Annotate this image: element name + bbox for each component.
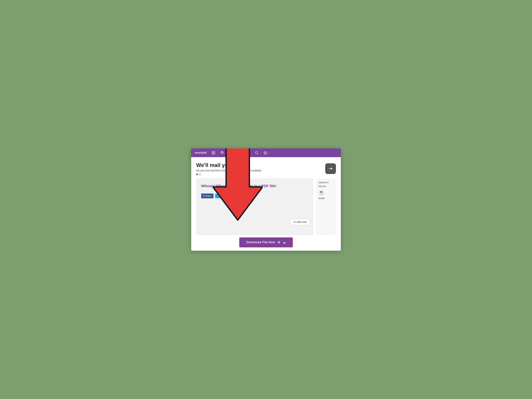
banner-subtitle: We print and mail PDF's from 18 global l…: [196, 169, 262, 172]
svg-rect-2: [212, 153, 213, 154]
sign-icon[interactable]: [263, 151, 267, 155]
settings-icon: ⚙: [278, 241, 280, 244]
navbar: smallpdf: [191, 148, 341, 157]
success-line1: Whoop! Whoop!: [201, 184, 229, 188]
svg-rect-8: [240, 151, 241, 153]
convert-to-icon[interactable]: [237, 151, 241, 155]
svg-rect-1: [214, 151, 215, 152]
svg-rect-11: [246, 151, 248, 153]
banner: We'll mail your PDF's We print and mail …: [196, 162, 336, 175]
sidebar-buy-text: buy us a: [318, 185, 326, 188]
dot-inactive: [199, 174, 201, 175]
svg-point-14: [255, 152, 258, 154]
convert-from-icon[interactable]: [246, 151, 250, 155]
merge-icon[interactable]: [220, 151, 224, 155]
banner-title: We'll mail your PDF's: [196, 162, 262, 168]
brand-logo: smallpdf: [195, 151, 207, 154]
gplus-label: g+1: [233, 195, 237, 197]
svg-rect-7: [238, 151, 239, 153]
start-over-label: Start over: [297, 221, 307, 223]
middle-section: Whoop! Whoop! your images in a PDF file!…: [196, 178, 336, 235]
cloud-icon: ☁: [283, 241, 286, 244]
twitter-tweet-button[interactable]: 🐦 Tweet: [215, 194, 229, 198]
split-icon[interactable]: [229, 151, 233, 155]
svg-rect-12: [248, 151, 250, 153]
sidebar-panel: Could we h buy us a ☕ donate: [316, 178, 336, 235]
banner-dots: [196, 174, 262, 175]
gplus-button[interactable]: g+1: [231, 194, 240, 198]
download-label: Download File Now: [246, 241, 275, 244]
arrow-right-icon: [328, 166, 333, 171]
sidebar-header: Could we h: [318, 181, 329, 184]
banner-arrow-button[interactable]: [325, 163, 336, 174]
fb-icon: f: [203, 195, 204, 197]
svg-marker-16: [264, 151, 267, 154]
svg-line-15: [257, 153, 258, 154]
browser-window: smallpdf: [191, 148, 341, 251]
start-over-button[interactable]: ↻ Start over: [290, 219, 310, 225]
success-text: Whoop! Whoop! your images in a PDF file!: [201, 184, 308, 189]
refresh-icon: ↻: [293, 221, 296, 224]
svg-rect-0: [212, 151, 213, 152]
success-line2: your images in a PDF file!: [231, 184, 276, 188]
banner-text: We'll mail your PDF's We print and mail …: [196, 162, 262, 175]
donate-label: donate: [318, 197, 325, 200]
svg-rect-3: [214, 153, 215, 154]
search-icon[interactable]: [255, 151, 259, 155]
coffee-icon: ☕: [318, 190, 324, 195]
tw-label: Tweet: [221, 195, 227, 197]
main-content: We'll mail your PDF's We print and mail …: [191, 157, 341, 251]
facebook-share-button[interactable]: f Share: [201, 194, 214, 198]
conversion-panel: Whoop! Whoop! your images in a PDF file!…: [196, 178, 313, 235]
download-section: Download File Now ⚙ ☁: [196, 237, 336, 247]
dot-active: [196, 174, 198, 175]
compress-icon[interactable]: [211, 151, 215, 155]
tw-icon: 🐦: [217, 195, 220, 197]
fb-label: Share: [205, 195, 211, 197]
svg-point-4: [221, 152, 223, 154]
social-buttons: f Share 🐦 Tweet g+1: [201, 194, 308, 198]
download-button[interactable]: Download File Now ⚙ ☁: [239, 237, 293, 247]
